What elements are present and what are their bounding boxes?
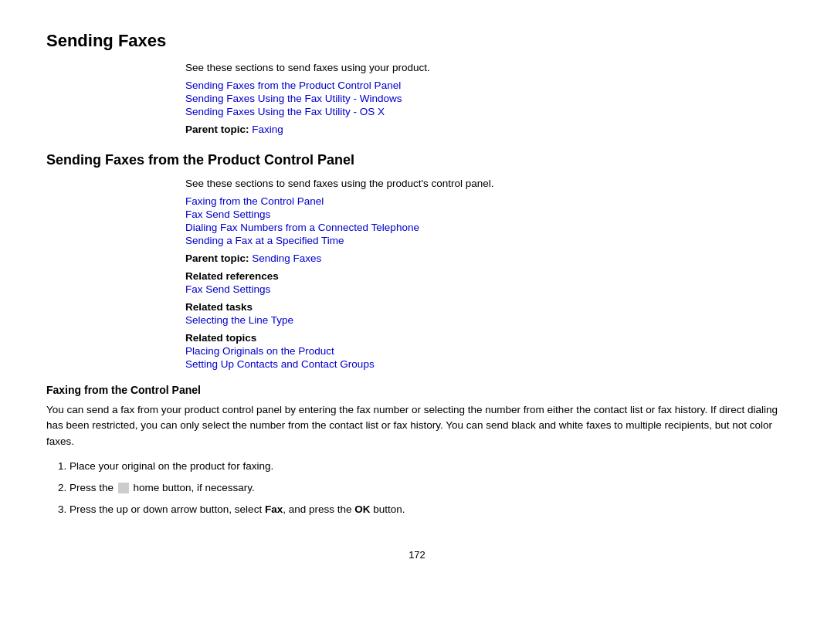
link-selecting-line-type[interactable]: Selecting the Line Type [185, 314, 788, 326]
page-container: Sending Faxes See these sections to send… [0, 0, 834, 644]
related-topics-section: Related topics Placing Originals on the … [185, 332, 788, 370]
link-sending-faxes-control-panel[interactable]: Sending Faxes from the Product Control P… [185, 80, 788, 91]
parent-topic-label: Parent topic: [185, 124, 249, 135]
step-3-bold-ok: OK [354, 503, 370, 515]
related-references-section: Related references Fax Send Settings [185, 270, 788, 295]
step-3-bold-fax: Fax [265, 503, 283, 515]
section1-title: Sending Faxes from the Product Control P… [46, 152, 788, 168]
link-sending-fax-specified-time[interactable]: Sending a Fax at a Specified Time [185, 235, 788, 246]
step-3-text: Press the up or down arrow button, selec… [70, 503, 405, 515]
step-2: Press the home button, if necessary. [70, 480, 788, 496]
steps-list: Place your original on the product for f… [70, 459, 788, 518]
link-fax-send-settings-ref[interactable]: Fax Send Settings [185, 283, 788, 295]
link-faxing-control-panel[interactable]: Faxing from the Control Panel [185, 195, 788, 207]
step-2-text: Press the home button, if necessary. [70, 482, 255, 493]
section1-intro: See these sections to send faxes using t… [185, 178, 788, 189]
parent-topic-link-faxing[interactable]: Faxing [252, 124, 283, 135]
link-setting-up-contacts[interactable]: Setting Up Contacts and Contact Groups [185, 358, 788, 370]
home-icon [118, 483, 129, 493]
faxing-body-text: You can send a fax from your product con… [46, 402, 788, 449]
link-dialing-fax-numbers[interactable]: Dialing Fax Numbers from a Connected Tel… [185, 222, 788, 233]
main-title: Sending Faxes [46, 31, 788, 51]
link-sending-faxes-osx[interactable]: Sending Faxes Using the Fax Utility - OS… [185, 106, 788, 117]
intro-text: See these sections to send faxes using y… [185, 62, 788, 73]
parent-topic-faxing: Parent topic: Faxing [185, 124, 788, 135]
link-fax-send-settings[interactable]: Fax Send Settings [185, 208, 788, 220]
section1-parent-topic: Parent topic: Sending Faxes [185, 253, 788, 264]
related-tasks-section: Related tasks Selecting the Line Type [185, 301, 788, 326]
top-links-list: Sending Faxes from the Product Control P… [185, 80, 788, 117]
related-references-label: Related references [185, 270, 788, 282]
link-placing-originals[interactable]: Placing Originals on the Product [185, 345, 788, 357]
faxing-section: Faxing from the Control Panel You can se… [46, 384, 788, 518]
step-3: Press the up or down arrow button, selec… [70, 502, 788, 517]
section1-parent-topic-label: Parent topic: [185, 253, 249, 264]
page-number: 172 [46, 549, 788, 561]
step-1: Place your original on the product for f… [70, 459, 788, 474]
related-tasks-label: Related tasks [185, 301, 788, 313]
step-1-text: Place your original on the product for f… [70, 460, 273, 472]
link-sending-faxes-windows[interactable]: Sending Faxes Using the Fax Utility - Wi… [185, 93, 788, 104]
related-topics-label: Related topics [185, 332, 788, 344]
section1-links-list: Faxing from the Control Panel Fax Send S… [185, 195, 788, 246]
section1-parent-topic-link[interactable]: Sending Faxes [252, 253, 321, 264]
faxing-section-title: Faxing from the Control Panel [46, 384, 788, 396]
